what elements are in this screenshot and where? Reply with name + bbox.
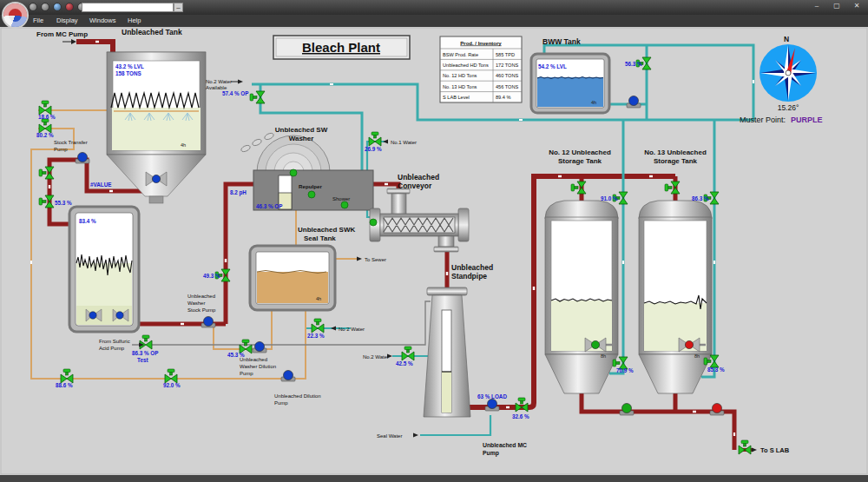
close-button[interactable]: ✕ xyxy=(851,2,863,10)
valve-sulfuric-value2: Test xyxy=(137,357,148,363)
tank13-label2: Storage Tank xyxy=(654,157,698,165)
inventory-row-label: No. 12 HD Tons xyxy=(443,73,477,78)
washer-dilution-pump-label3: Pump xyxy=(240,371,253,376)
washer-stock-pump-label: Unbleached xyxy=(187,294,215,299)
repulper-status-icon xyxy=(290,169,297,176)
tank12-time: 8h xyxy=(601,353,606,359)
swk-seal-tank-label: Unbleached SWK xyxy=(298,226,355,234)
unbleached-standpipe[interactable] xyxy=(424,287,470,417)
to-sewer-label: To Sewer xyxy=(365,257,386,262)
valve-80-2-icon[interactable] xyxy=(39,119,51,133)
washer-stock-chest[interactable]: 83.4 % xyxy=(69,207,139,332)
inventory-table: Prod. / Inventory BSW Prod. Rate 585 TPD… xyxy=(440,36,522,102)
washer-stock-pump-label3: Stock Pump xyxy=(187,307,216,313)
tank1-time: 4h xyxy=(181,142,186,148)
valve-91-0-value: 91.0 % xyxy=(601,195,618,201)
valve-22-3-icon[interactable] xyxy=(312,319,324,333)
shower-status-icon xyxy=(341,201,348,208)
valve-49-3-value: 49.3 % xyxy=(203,273,220,279)
inventory-row-value: 172 TONS xyxy=(496,63,518,68)
unbleached-conveyor[interactable] xyxy=(370,188,469,252)
no2-water-seal-label: No 2 Water xyxy=(339,327,365,332)
no2-water-standpipe-label: No.2 Water xyxy=(363,354,389,360)
tank12-pump-icon[interactable] xyxy=(620,404,634,416)
tank13-time: 8h xyxy=(694,353,700,359)
valve-45-3-value: 45.3 % xyxy=(227,352,245,358)
ph-value: 8.2 pH xyxy=(230,189,247,196)
storage-tank-13[interactable]: 8h xyxy=(639,201,712,393)
unbleached-tank[interactable]: 43.2 % LVL 158 TONS 4h xyxy=(107,52,206,203)
valve-92-0-icon[interactable] xyxy=(165,369,177,383)
bww-tank[interactable]: 54.2 % LVL 4h xyxy=(531,54,609,113)
washer-dilution-pump-label2: Washer Dilution xyxy=(240,364,276,369)
repulper-run-icon xyxy=(308,191,315,198)
mc-pump-label2: Pump xyxy=(483,450,499,457)
valve-86-3-value: 86.3 % xyxy=(692,195,709,201)
menu-item-file[interactable]: File xyxy=(33,17,43,24)
inventory-row-label: Unbleached HD Tons xyxy=(443,63,489,68)
valve-56-3-value: 56.3 % xyxy=(625,61,642,67)
bww-time: 4h xyxy=(591,100,596,105)
valve-42-5-icon[interactable] xyxy=(402,347,414,360)
dilution-pump-icon[interactable] xyxy=(281,371,295,382)
tank13-pump-icon[interactable] xyxy=(710,404,724,416)
toolbar-button-icon[interactable] xyxy=(53,3,62,11)
repulper-op-value: 46.3 % OP xyxy=(256,203,282,209)
toolbar-button-icon[interactable] xyxy=(41,3,49,11)
dilution-pump-label: Unbleached Dilution xyxy=(274,393,321,399)
stock-transfer-pump-label: Stock Transfer xyxy=(54,140,88,145)
valve-42-5-value: 42.5 % xyxy=(396,360,413,366)
standpipe-label2: Standpipe xyxy=(451,272,487,281)
conveyor-label2: Conveyor xyxy=(398,182,432,190)
dilution-pump-label2: Pump xyxy=(274,400,288,406)
repulper[interactable]: Repulper 46.3 % OP xyxy=(253,169,373,210)
swk-seal-tank[interactable]: 4h xyxy=(250,246,335,310)
maximize-button[interactable]: ▢ xyxy=(831,2,843,10)
washer-stock-pump-icon[interactable] xyxy=(201,317,215,328)
menu-item-help[interactable]: Help xyxy=(128,17,141,24)
valve-26-9-value: 26.9 % xyxy=(365,146,382,152)
valve-57-4-op-icon[interactable] xyxy=(250,91,265,103)
compass: N 15.26° Muster Point: PURPLE xyxy=(740,35,823,124)
valve-18-6-icon[interactable] xyxy=(39,101,51,115)
bottom-strip xyxy=(0,475,868,482)
valve-18-6-value: 18.6 % xyxy=(38,114,56,120)
valve-26-9-icon[interactable] xyxy=(369,132,381,146)
mc-pump-icon[interactable] xyxy=(485,399,499,412)
tank13-label: No. 13 Unbleached xyxy=(644,149,707,156)
tank1-tons-value: 158 TONS xyxy=(115,70,141,76)
swk-seal-tank-label2: Seal Tank xyxy=(304,234,336,242)
tank12-label: No. 12 Unbleached xyxy=(549,149,611,156)
inventory-row-value: 460 TONS xyxy=(496,73,518,78)
repulper-label: Repulper xyxy=(299,183,322,189)
valve-22-3-value: 22.3 % xyxy=(307,333,325,339)
valve-88-6-icon[interactable] xyxy=(61,369,73,383)
muster-point-label: Muster Point: xyxy=(740,116,786,124)
window-titlebar: – – ▢ ✕ xyxy=(0,0,868,15)
toolbar-button-icon[interactable] xyxy=(65,3,74,11)
muster-point-value: PURPLE xyxy=(791,116,823,124)
tank2-level-value: 83.4 % xyxy=(79,218,96,224)
inventory-row-label: BSW Prod. Rate xyxy=(443,52,478,57)
valve-sulfuric-icon[interactable] xyxy=(140,335,152,349)
valve-to-s-lab-icon[interactable] xyxy=(739,440,751,454)
bww-pump-icon[interactable] xyxy=(627,96,641,109)
address-input[interactable] xyxy=(82,3,174,12)
sw-washer[interactable] xyxy=(240,132,330,172)
menu-item-display[interactable]: Display xyxy=(56,17,78,24)
inventory-row-value: 89.4 % xyxy=(496,95,510,100)
menu-item-windows[interactable]: Windows xyxy=(89,17,115,24)
toolbar xyxy=(29,3,86,11)
to-s-lab-label: To S LAB xyxy=(760,446,790,454)
washer-dilution-pump-icon[interactable] xyxy=(253,342,266,353)
valve-80-2-value: 80.2 % xyxy=(36,132,54,138)
stock-transfer-pump-icon[interactable] xyxy=(76,153,89,164)
inventory-header: Prod. / Inventory xyxy=(460,41,502,46)
tank1-level-value: 43.2 % LVL xyxy=(115,63,144,69)
minimize-button[interactable]: – xyxy=(811,2,823,10)
address-dropdown-button[interactable]: – xyxy=(174,3,183,12)
conveyor-label: Unbleached xyxy=(398,173,439,182)
app-logo-icon xyxy=(2,2,29,29)
storage-tank-12[interactable]: 8h xyxy=(545,201,618,393)
toolbar-button-icon[interactable] xyxy=(29,3,37,11)
